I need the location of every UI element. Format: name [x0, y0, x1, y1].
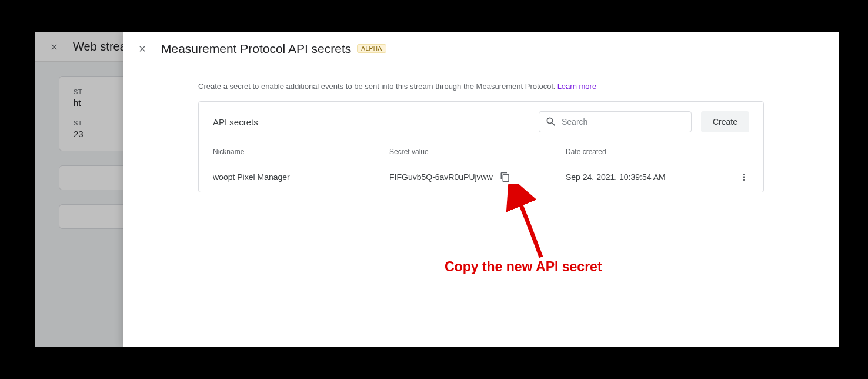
api-secrets-card: API secrets Create Nickname Secret value…: [198, 101, 764, 192]
search-input[interactable]: [562, 117, 685, 127]
create-button[interactable]: Create: [701, 111, 749, 132]
close-icon[interactable]: [135, 42, 149, 56]
search-icon: [545, 116, 557, 128]
alpha-badge: ALPHA: [357, 44, 386, 53]
search-input-wrap[interactable]: [539, 111, 692, 132]
modal-header: Measurement Protocol API secrets ALPHA: [123, 32, 839, 65]
column-secret: Secret value: [389, 148, 566, 156]
modal-panel: Measurement Protocol API secrets ALPHA C…: [123, 32, 839, 347]
row-secret-value: FIFGuvb5Q-6avR0uPUjvww: [389, 172, 493, 182]
card-title: API secrets: [213, 117, 539, 127]
column-nickname: Nickname: [213, 148, 389, 156]
copy-icon[interactable]: [500, 172, 510, 182]
row-nickname: woopt Pixel Manager: [213, 172, 389, 182]
learn-more-link[interactable]: Learn more: [557, 82, 596, 91]
row-date: Sep 24, 2021, 10:39:54 AM: [566, 172, 726, 182]
column-date: Date created: [566, 148, 726, 156]
more-icon[interactable]: [726, 172, 749, 182]
table-header: Nickname Secret value Date created: [199, 142, 763, 162]
card-header: API secrets Create: [199, 102, 763, 142]
help-text: Create a secret to enable additional eve…: [198, 82, 764, 91]
table-row: woopt Pixel Manager FIFGuvb5Q-6avR0uPUjv…: [199, 162, 763, 192]
modal-title: Measurement Protocol API secrets: [161, 42, 351, 56]
